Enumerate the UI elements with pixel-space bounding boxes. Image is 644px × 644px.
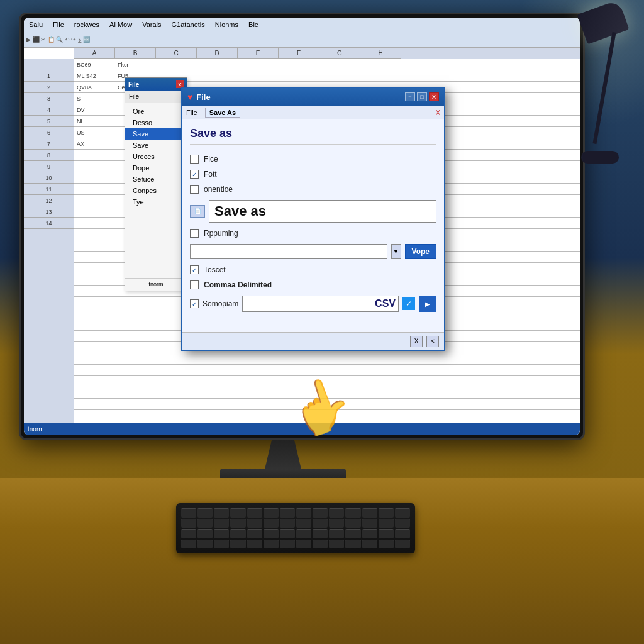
key[interactable] [280, 529, 295, 538]
checkbox-commaa[interactable] [190, 280, 199, 289]
bg-menu-conpes[interactable]: Conpes [125, 185, 187, 196]
key[interactable] [345, 540, 360, 549]
key[interactable] [345, 508, 360, 518]
cell-a2[interactable]: ML S42 [75, 70, 116, 82]
csv-action-button[interactable]: ▶ [419, 296, 436, 312]
checkbox-toscet[interactable]: ✓ [190, 265, 199, 274]
key[interactable] [230, 508, 245, 518]
key[interactable] [329, 519, 344, 528]
key[interactable] [264, 540, 279, 549]
key[interactable] [181, 540, 196, 549]
key[interactable] [379, 540, 394, 549]
key[interactable] [264, 519, 279, 528]
key[interactable] [395, 508, 410, 518]
key[interactable] [296, 519, 311, 528]
cell-a4[interactable]: S [75, 93, 116, 104]
key[interactable] [197, 519, 213, 528]
checkbox-onentioe[interactable] [190, 185, 199, 194]
key[interactable] [197, 508, 213, 518]
key[interactable] [247, 540, 262, 549]
key[interactable] [181, 529, 196, 538]
menu-almow[interactable]: Al Mow [107, 20, 135, 29]
close-dialog-btn[interactable]: X [429, 92, 439, 101]
cell-a7[interactable]: US [75, 127, 116, 138]
bg-file-menu-label[interactable]: File [129, 93, 139, 100]
key[interactable] [214, 508, 229, 518]
checkbox-somopiam[interactable]: ✓ [190, 299, 199, 308]
key[interactable] [313, 508, 328, 518]
key[interactable] [329, 508, 344, 518]
bg-menu-save-selected[interactable]: Save [125, 128, 187, 140]
dialog-file-menu[interactable]: File [186, 109, 197, 116]
key[interactable] [181, 519, 196, 528]
key[interactable] [362, 508, 377, 518]
bg-menu-sefuce[interactable]: Sefuce [125, 174, 187, 185]
keyboard[interactable] [176, 503, 415, 553]
menu-rockwes[interactable]: rockwes [72, 20, 102, 29]
key[interactable] [181, 508, 196, 518]
menu-salu[interactable]: Salu [26, 20, 45, 29]
key[interactable] [313, 529, 328, 538]
bg-menu-dope[interactable]: Dope [125, 162, 187, 174]
key[interactable] [247, 508, 262, 518]
filename-input[interactable]: Save as [209, 200, 436, 223]
key[interactable] [264, 508, 279, 518]
cell-a6[interactable]: NL [75, 116, 116, 127]
dialog-saveas-menu[interactable]: Save As [205, 108, 240, 118]
key[interactable] [197, 529, 213, 538]
key[interactable] [329, 540, 344, 549]
key[interactable] [296, 529, 311, 538]
key[interactable] [362, 519, 377, 528]
key[interactable] [280, 540, 295, 549]
key[interactable] [395, 529, 410, 538]
key[interactable] [345, 519, 360, 528]
key[interactable] [379, 529, 394, 538]
menu-ble[interactable]: Ble [246, 20, 261, 29]
footer-btn-back[interactable]: < [426, 336, 439, 347]
checkbox-fott[interactable]: ✓ [190, 170, 199, 179]
cell-b1[interactable]: Fkcr [116, 59, 157, 70]
key[interactable] [264, 529, 279, 538]
checkbox-rppuming[interactable] [190, 229, 199, 238]
dialog-close-menu[interactable]: X [436, 109, 440, 116]
key[interactable] [197, 540, 213, 549]
key[interactable] [362, 529, 377, 538]
key[interactable] [230, 529, 245, 538]
key[interactable] [214, 529, 229, 538]
checkbox-fice[interactable] [190, 155, 199, 164]
cell-a8[interactable]: AX [75, 138, 116, 150]
cell-a1[interactable]: BC69 [75, 59, 116, 70]
key[interactable] [313, 540, 328, 549]
key[interactable] [329, 529, 344, 538]
key[interactable] [379, 508, 394, 518]
key[interactable] [247, 529, 262, 538]
cell-a5[interactable]: DV [75, 104, 116, 116]
csv-check-icon[interactable]: ✓ [402, 297, 415, 310]
bg-menu-save2[interactable]: Save [125, 140, 187, 151]
key[interactable] [214, 540, 229, 549]
key[interactable] [345, 529, 360, 538]
bg-menu-tye[interactable]: Tye [125, 196, 187, 208]
key[interactable] [247, 519, 262, 528]
key[interactable] [280, 508, 295, 518]
key[interactable] [362, 540, 377, 549]
key[interactable] [214, 519, 229, 528]
key[interactable] [296, 508, 311, 518]
bg-menu-desso[interactable]: Desso [125, 117, 187, 128]
maximize-btn[interactable]: □ [417, 92, 427, 101]
type-dropdown-btn[interactable]: ▼ [391, 244, 401, 259]
type-input[interactable] [190, 244, 387, 259]
key[interactable] [395, 540, 410, 549]
key[interactable] [280, 519, 295, 528]
key[interactable] [230, 519, 245, 528]
footer-btn-x[interactable]: X [410, 336, 423, 347]
key[interactable] [230, 540, 245, 549]
csv-input[interactable]: CSV [242, 296, 399, 312]
minimize-btn[interactable]: − [405, 92, 415, 101]
bg-menu-ureces[interactable]: Ureces [125, 151, 187, 162]
key[interactable] [395, 519, 410, 528]
menu-file[interactable]: File [50, 20, 67, 29]
key[interactable] [296, 540, 311, 549]
cell-a3[interactable]: QV8A [75, 82, 116, 93]
menu-nlonms[interactable]: Nlonms [213, 20, 241, 29]
